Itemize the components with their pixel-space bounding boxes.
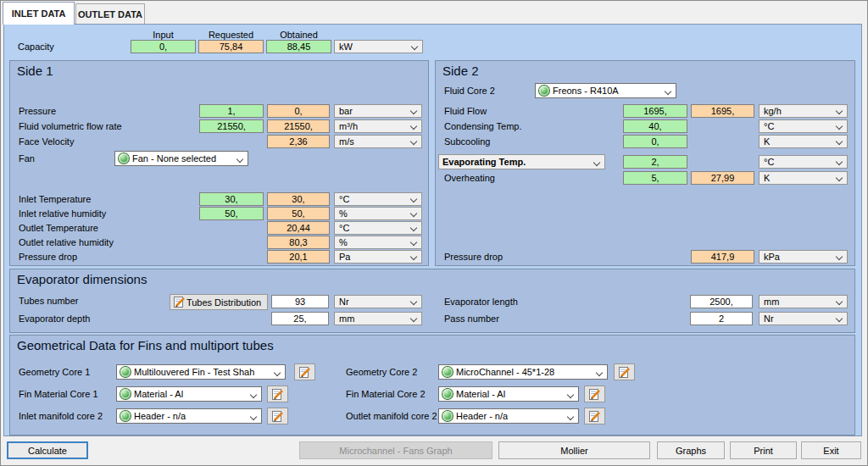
tubes-number-unit-dropdown[interactable]: Nr: [334, 295, 422, 308]
tubes-number-field[interactable]: 93: [271, 295, 329, 308]
geometry-core2-edit-button[interactable]: [614, 363, 635, 380]
outlet-manifold-dropdown[interactable]: Header - n/a: [438, 408, 579, 424]
side1-flow-rate-unit-value: m³/h: [339, 121, 358, 132]
capacity-obtained-field[interactable]: 88,45: [266, 40, 331, 53]
side2-subcooling-input[interactable]: 0,: [623, 135, 687, 148]
side1-group: Side 1 Pressure 1, 0, bar Fluid volumetr…: [9, 60, 429, 266]
side1-flow-rate-unit-dropdown[interactable]: m³/h: [334, 119, 422, 133]
geometry-core1-dropdown[interactable]: Multilouvered Fin - Test Shah: [116, 364, 286, 380]
evaporator-depth-label: Evaporator depth: [19, 312, 90, 325]
side2-title: Side 2: [442, 64, 479, 78]
side2-pressure-drop-requested[interactable]: 417,9: [691, 250, 754, 264]
side2-condensing-temp-unit-dropdown[interactable]: °C: [759, 119, 848, 133]
side1-face-velocity-requested[interactable]: 2,36: [267, 135, 330, 148]
inlet-manifold-edit-button[interactable]: [267, 408, 288, 424]
side1-face-velocity-unit-dropdown[interactable]: m/s: [334, 135, 422, 148]
evaporator-dimensions-group: Evaporator dimensions Tubes number Tubes…: [9, 269, 855, 333]
geometry-core1-edit-button[interactable]: [294, 363, 315, 380]
chevron-down-icon: [836, 298, 843, 305]
chevron-down-icon: [836, 108, 843, 114]
side1-outlet-temp-requested[interactable]: 20,44: [267, 221, 330, 235]
fin-material-core2-value: Material - Al: [456, 389, 505, 399]
capacity-input-field[interactable]: 0,: [131, 40, 196, 53]
pass-number-unit-dropdown[interactable]: Nr: [759, 312, 848, 325]
side1-pressure-input[interactable]: 1,: [199, 104, 264, 118]
evaporator-length-unit-dropdown[interactable]: mm: [759, 295, 848, 308]
inlet-manifold-dropdown[interactable]: Header - n/a: [116, 408, 262, 424]
side2-overheating-unit-value: K: [764, 173, 770, 184]
chevron-down-icon: [411, 43, 418, 50]
geometry-core2-dropdown[interactable]: MicroChannel - 45*1-28: [438, 364, 608, 380]
evaporator-length-field[interactable]: 2500,: [690, 295, 753, 308]
side1-inlet-rh-unit-dropdown[interactable]: %: [334, 207, 422, 220]
mollier-button[interactable]: Mollier: [498, 441, 650, 459]
side1-outlet-rh-requested[interactable]: 80,3: [267, 236, 330, 249]
side1-fan-dropdown[interactable]: Fan - None selected: [114, 151, 248, 166]
side1-outlet-rh-unit-dropdown[interactable]: %: [334, 236, 422, 249]
side2-fluid-flow-input[interactable]: 1695,: [623, 104, 687, 118]
pass-number-field[interactable]: 2: [690, 312, 753, 325]
side1-fan-label: Fan: [19, 152, 35, 165]
side1-flow-rate-input[interactable]: 21550,: [199, 119, 264, 133]
capacity-requested-field[interactable]: 75,84: [198, 40, 264, 53]
tab-outlet-data-label: OUTLET DATA: [78, 9, 142, 19]
side2-evaporating-temp-label: Evaporating Temp.: [442, 157, 526, 167]
edit-icon: [272, 411, 284, 422]
tubes-distribution-button[interactable]: Tubes Distribution: [170, 294, 268, 310]
side2-subcooling-unit-dropdown[interactable]: K: [759, 135, 848, 148]
outlet-manifold-edit-button[interactable]: [584, 408, 605, 424]
side2-fluid-core-dropdown[interactable]: Freons - R410A: [535, 83, 676, 98]
side1-pressure-drop-requested[interactable]: 20,1: [267, 250, 330, 264]
microchannel-fans-graph-button-label: Microchannel - Fans Graph: [339, 446, 452, 456]
side2-subcooling-unit-value: K: [764, 136, 770, 147]
fin-material-core1-value: Material - Al: [134, 389, 183, 399]
side1-inlet-temp-unit-dropdown[interactable]: °C: [334, 192, 422, 206]
fin-material-core2-edit-button[interactable]: [584, 386, 605, 402]
evaporator-depth-unit-dropdown[interactable]: mm: [334, 312, 422, 325]
chevron-down-icon: [836, 315, 843, 322]
print-button[interactable]: Print: [730, 441, 797, 459]
side2-evaporating-temp-mode-dropdown[interactable]: Evaporating Temp.: [438, 154, 605, 169]
side1-inlet-rh-requested[interactable]: 50,: [267, 207, 330, 220]
chevron-down-icon: [410, 138, 417, 145]
pass-number-unit-value: Nr: [764, 313, 774, 325]
capacity-unit-dropdown[interactable]: kW: [334, 40, 423, 53]
side1-outlet-temp-unit-dropdown[interactable]: °C: [334, 221, 422, 235]
side1-pressure-drop-unit-dropdown[interactable]: Pa: [334, 250, 422, 264]
side1-inlet-rh-input[interactable]: 50,: [199, 207, 264, 220]
graphs-button[interactable]: Graphs: [657, 441, 725, 459]
side2-fluid-flow-unit-value: kg/h: [764, 106, 782, 117]
tubes-number-unit-value: Nr: [339, 297, 349, 308]
calculate-button[interactable]: Calculate: [7, 441, 88, 459]
side2-pressure-drop-unit-dropdown[interactable]: kPa: [759, 250, 848, 264]
fin-material-core1-dropdown[interactable]: Material - Al: [116, 386, 262, 402]
evaporator-depth-field[interactable]: 25,: [271, 312, 329, 325]
side2-fluid-flow-requested[interactable]: 1695,: [691, 104, 754, 118]
exit-button[interactable]: Exit: [801, 441, 861, 459]
side2-evaporating-temp-unit-dropdown[interactable]: °C: [759, 155, 848, 169]
fin-material-core1-edit-button[interactable]: [267, 386, 288, 402]
side1-pressure-unit-dropdown[interactable]: bar: [334, 104, 422, 118]
side2-overheating-input[interactable]: 5,: [623, 171, 687, 185]
side2-overheating-unit-dropdown[interactable]: K: [759, 171, 848, 185]
tab-outlet-data[interactable]: OUTLET DATA: [75, 3, 145, 25]
side2-fluid-flow-label: Fluid Flow: [444, 104, 487, 118]
side2-overheating-requested[interactable]: 27,99: [691, 171, 754, 185]
evaporator-depth-unit-value: mm: [339, 313, 354, 325]
side2-evaporating-temp-input[interactable]: 2,: [623, 155, 687, 169]
side1-inlet-rh-unit-value: %: [339, 208, 348, 219]
side1-inlet-temp-requested[interactable]: 30,: [267, 192, 330, 206]
chevron-down-icon: [567, 413, 574, 420]
tab-inlet-data[interactable]: INLET DATA: [3, 2, 75, 25]
side1-flow-rate-requested[interactable]: 21550,: [267, 119, 330, 133]
side2-fluid-flow-unit-dropdown[interactable]: kg/h: [759, 104, 848, 118]
side2-condensing-temp-label: Condensing Temp.: [444, 119, 522, 133]
fin-material-core2-label: Fin Material Core 2: [346, 387, 426, 401]
side2-condensing-temp-input[interactable]: 40,: [623, 119, 687, 133]
side1-pressure-requested[interactable]: 0,: [267, 104, 330, 118]
exit-button-label: Exit: [823, 446, 838, 456]
side1-face-velocity-label: Face Velocity: [19, 135, 74, 148]
microchannel-fans-graph-button: Microchannel - Fans Graph: [299, 441, 492, 459]
fin-material-core2-dropdown[interactable]: Material - Al: [438, 386, 579, 402]
side1-inlet-temp-input[interactable]: 30,: [199, 192, 264, 206]
